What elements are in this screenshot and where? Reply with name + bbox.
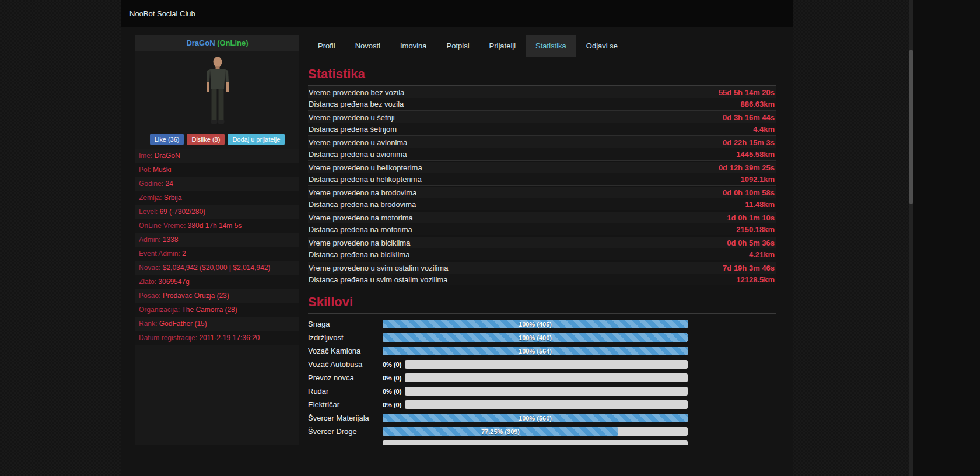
skill-label: Švercer Droge [308, 427, 383, 436]
stat-time-row: Vreme provedeno u avionima0d 22h 15m 3s [308, 136, 776, 148]
profile-field-row: Zlato: 3069547g [135, 275, 299, 289]
skill-bar: 0% (0) [383, 360, 688, 369]
stat-time-label: Vreme provedeno u helikopterima [309, 163, 422, 172]
stat-distance-label: Distanca pređena na brodovima [309, 200, 416, 209]
main-container: NooBot Social Club DraGoN (OnLine) [121, 0, 793, 476]
stat-time-row: Vreme provedeno u helikopterima0d 12h 39… [308, 162, 776, 173]
profile-field-value: $2,034,942 ($20,000 | $2,014,942) [163, 264, 271, 272]
skill-row-partial [308, 440, 776, 445]
stat-distance-value: 1092.1km [740, 175, 775, 184]
stat-distance-value: 886.63km [740, 100, 775, 108]
stat-group: Vreme provedeno na brodovima0d 0h 10m 58… [308, 186, 776, 211]
skill-bar-value: 100% (560) [519, 415, 552, 422]
skill-bar-track: 100% (400) [383, 333, 688, 342]
profile-field-row: Zemlja: Srbija [135, 191, 299, 205]
stat-time-label: Vreme provedeno na biciklima [309, 239, 410, 247]
stat-distance-label: Distanca pređena u helikopterima [309, 175, 422, 184]
profile-field-label: Novac: [139, 264, 160, 272]
skill-bar-track [383, 440, 688, 445]
stat-distance-row: Distanca pređena na motorima2150.18km [308, 223, 776, 235]
profile-field-label: Datum registracije: [139, 334, 197, 342]
skill-label: Švercer Materijala [308, 414, 383, 422]
skill-bar-value: 77.25% (309) [481, 428, 520, 435]
site-header: NooBot Social Club [121, 0, 793, 27]
profile-field-label: Zlato: [139, 278, 156, 286]
scrollbar-thumb[interactable] [909, 50, 913, 204]
skill-label: Rudar [308, 387, 383, 396]
stat-time-label: Vreme provedeno u šetnji [309, 113, 395, 122]
profile-field-label: Posao: [139, 292, 160, 300]
stats-section-title: Statistika [308, 66, 776, 82]
stat-group: Vreme provedeno na biciklima0d 0h 5m 36s… [308, 236, 776, 261]
skill-bar-track [405, 400, 688, 409]
skill-label: Izdržljivost [308, 333, 383, 342]
content-area: DraGoN (OnLine) [121, 27, 793, 445]
skill-bar-fill: 100% (400) [383, 333, 688, 342]
profile-actions: Like (36) Dislike (8) Dodaj u prijatelje [135, 131, 299, 149]
skill-bar: 100% (405) [383, 320, 688, 328]
profile-field-label: Level: [139, 208, 158, 216]
profile-field-value: DraGoN [155, 152, 180, 160]
stat-distance-row: Distanca pređena u avionima1445.58km [308, 148, 776, 160]
tab-prijatelji[interactable]: Prijatelji [480, 35, 526, 57]
tab-odjavi-se[interactable]: Odjavi se [576, 35, 628, 57]
stat-group: Vreme provedeno na motorima1d 0h 1m 10sD… [308, 211, 776, 236]
profile-field-value: 380d 17h 14m 5s [188, 222, 242, 230]
tab-bar: ProfilNovostiImovinaPotpisiPrijateljiSta… [308, 35, 776, 57]
skill-bar-value: 100% (400) [519, 334, 552, 341]
profile-field-label: Admin: [139, 236, 160, 244]
profile-field-label: Organizacija: [139, 306, 180, 314]
skill-row: Rudar0% (0) [308, 387, 776, 396]
stat-time-value: 0d 3h 16m 44s [723, 113, 775, 122]
stats-list: Vreme provedeno bez vozila55d 5h 14m 20s… [308, 86, 776, 286]
stat-distance-row: Distanca pređena na biciklima4.21km [308, 249, 776, 260]
stat-time-row: Vreme provedeno u svim ostalim vozilima7… [308, 262, 776, 274]
stat-time-value: 0d 22h 15m 3s [723, 138, 775, 147]
avatar-image [200, 55, 235, 127]
stat-group: Vreme provedeno u avionima0d 22h 15m 3sD… [308, 136, 776, 161]
stat-group: Vreme provedeno u šetnji0d 3h 16m 44sDis… [308, 111, 776, 136]
stat-distance-label: Distanca pređena u svim ostalim vozilima [309, 275, 447, 284]
stat-distance-row: Distanca pređena šetnjom4.4km [308, 123, 776, 135]
skill-bar: 100% (564) [383, 346, 688, 355]
profile-field-row: Organizacija: The Camorra (28) [135, 303, 299, 317]
stat-distance-label: Distanca pređena na motorima [309, 225, 412, 234]
skill-bar-track: 100% (564) [383, 346, 688, 355]
skill-bar: 100% (400) [383, 333, 688, 342]
skill-label: Vozač Kamiona [308, 346, 383, 355]
profile-field-value: GodFather (15) [159, 320, 207, 328]
skill-row: Snaga100% (405) [308, 320, 776, 328]
profile-field-value: 2011-2-19 17:36:20 [199, 334, 260, 342]
like-button[interactable]: Like (36) [150, 134, 184, 145]
stat-time-label: Vreme provedeno na motorima [309, 214, 413, 222]
dislike-button[interactable]: Dislike (8) [187, 134, 225, 145]
skill-row: Izdržljivost100% (400) [308, 333, 776, 342]
profile-field-row: Godine: 24 [135, 177, 299, 191]
stat-time-row: Vreme provedeno na brodovima0d 0h 10m 58… [308, 187, 776, 198]
profile-field-value: 3069547g [158, 278, 189, 286]
stat-distance-label: Distanca pređena bez vozila [309, 100, 404, 108]
skill-label: Vozač Autobusa [308, 360, 383, 369]
skill-row: Vozač Autobusa0% (0) [308, 360, 776, 369]
profile-fields: Ime: DraGoNPol: MuškiGodine: 24Zemlja: S… [135, 149, 299, 345]
skill-bar: 0% (0) [383, 400, 688, 409]
page-scrollbar[interactable] [909, 0, 914, 476]
tab-profil[interactable]: Profil [308, 35, 345, 57]
profile-field-row: Ime: DraGoN [135, 149, 299, 163]
main-column: ProfilNovostiImovinaPotpisiPrijateljiSta… [308, 35, 776, 445]
window-edge [914, 0, 980, 476]
site-title: NooBot Social Club [130, 9, 195, 18]
tab-imovina[interactable]: Imovina [390, 35, 437, 57]
stat-distance-value: 11.48km [745, 200, 775, 209]
stat-time-value: 7d 19h 3m 46s [723, 264, 775, 272]
tab-novosti[interactable]: Novosti [345, 35, 390, 57]
tab-potpisi[interactable]: Potpisi [437, 35, 480, 57]
profile-field-row: Pol: Muški [135, 163, 299, 177]
skill-bar-track: 77.25% (309) [383, 427, 688, 436]
stat-group: Vreme provedeno u svim ostalim vozilima7… [308, 261, 776, 286]
skills-section-title: Skillovi [308, 295, 776, 310]
tab-statistika[interactable]: Statistika [526, 35, 576, 57]
stat-time-value: 55d 5h 14m 20s [719, 88, 775, 97]
add-friend-button[interactable]: Dodaj u prijatelje [228, 134, 285, 145]
profile-field-row: Event Admin: 2 [135, 247, 299, 261]
